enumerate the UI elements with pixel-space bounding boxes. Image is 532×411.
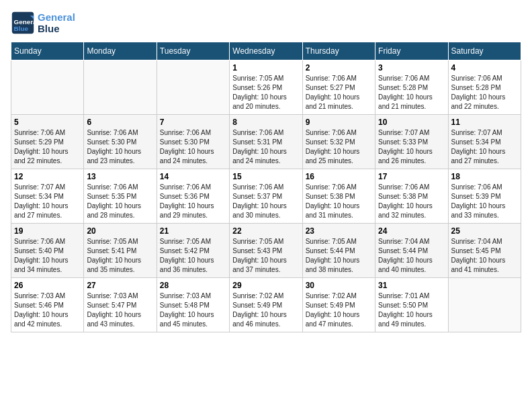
day-number: 18 bbox=[451, 172, 518, 181]
weekday-header-thursday: Thursday bbox=[302, 42, 375, 60]
day-info: Sunrise: 7:06 AM Sunset: 5:31 PM Dayligh… bbox=[232, 128, 299, 166]
calendar-cell: 7 Sunrise: 7:06 AM Sunset: 5:30 PM Dayli… bbox=[157, 115, 229, 169]
svg-text:Blue: Blue bbox=[14, 25, 29, 32]
day-info: Sunrise: 7:06 AM Sunset: 5:36 PM Dayligh… bbox=[160, 183, 226, 220]
day-info: Sunrise: 7:05 AM Sunset: 5:41 PM Dayligh… bbox=[87, 237, 153, 275]
day-info: Sunrise: 7:03 AM Sunset: 5:47 PM Dayligh… bbox=[87, 291, 153, 329]
day-info: Sunrise: 7:03 AM Sunset: 5:48 PM Dayligh… bbox=[160, 291, 226, 329]
calendar-cell: 8 Sunrise: 7:06 AM Sunset: 5:31 PM Dayli… bbox=[230, 115, 302, 169]
day-info: Sunrise: 7:06 AM Sunset: 5:35 PM Dayligh… bbox=[87, 183, 153, 220]
calendar-cell: 10 Sunrise: 7:07 AM Sunset: 5:33 PM Dayl… bbox=[375, 115, 448, 169]
day-info: Sunrise: 7:06 AM Sunset: 5:27 PM Dayligh… bbox=[306, 74, 372, 111]
calendar-cell: 6 Sunrise: 7:06 AM Sunset: 5:30 PM Dayli… bbox=[84, 115, 157, 169]
calendar-cell: 19 Sunrise: 7:06 AM Sunset: 5:40 PM Dayl… bbox=[11, 224, 84, 278]
day-info: Sunrise: 7:06 AM Sunset: 5:32 PM Dayligh… bbox=[306, 128, 372, 166]
day-number: 14 bbox=[160, 172, 226, 181]
calendar-cell: 18 Sunrise: 7:06 AM Sunset: 5:39 PM Dayl… bbox=[448, 169, 521, 224]
calendar-cell: 31 Sunrise: 7:01 AM Sunset: 5:50 PM Dayl… bbox=[375, 278, 448, 332]
day-info: Sunrise: 7:07 AM Sunset: 5:34 PM Dayligh… bbox=[451, 128, 518, 166]
day-info: Sunrise: 7:01 AM Sunset: 5:50 PM Dayligh… bbox=[378, 291, 445, 329]
day-number: 27 bbox=[87, 281, 153, 290]
day-number: 4 bbox=[451, 63, 518, 73]
calendar-cell: 20 Sunrise: 7:05 AM Sunset: 5:41 PM Dayl… bbox=[84, 224, 157, 278]
day-number: 13 bbox=[87, 172, 153, 181]
weekday-header-monday: Monday bbox=[84, 42, 157, 60]
calendar-cell: 14 Sunrise: 7:06 AM Sunset: 5:36 PM Dayl… bbox=[157, 169, 229, 224]
day-info: Sunrise: 7:02 AM Sunset: 5:49 PM Dayligh… bbox=[232, 291, 299, 329]
day-info: Sunrise: 7:05 AM Sunset: 5:26 PM Dayligh… bbox=[232, 74, 299, 111]
weekday-header-wednesday: Wednesday bbox=[230, 42, 302, 60]
day-number: 30 bbox=[306, 281, 372, 290]
logo-icon: General Blue bbox=[11, 11, 35, 35]
calendar-cell: 4 Sunrise: 7:06 AM Sunset: 5:28 PM Dayli… bbox=[448, 60, 521, 115]
weekday-header-saturday: Saturday bbox=[448, 42, 521, 60]
calendar-cell: 9 Sunrise: 7:06 AM Sunset: 5:32 PM Dayli… bbox=[302, 115, 375, 169]
day-number: 17 bbox=[378, 172, 445, 181]
day-number: 21 bbox=[160, 226, 226, 236]
calendar-cell: 21 Sunrise: 7:05 AM Sunset: 5:42 PM Dayl… bbox=[157, 224, 229, 278]
day-number: 26 bbox=[14, 281, 81, 290]
calendar-cell bbox=[11, 60, 84, 115]
page-header: General Blue GeneralBlue bbox=[11, 11, 521, 35]
day-number: 3 bbox=[378, 63, 445, 73]
day-number: 12 bbox=[14, 172, 81, 181]
logo: General Blue GeneralBlue bbox=[11, 11, 75, 35]
calendar-cell: 26 Sunrise: 7:03 AM Sunset: 5:46 PM Dayl… bbox=[11, 278, 84, 332]
logo-text: GeneralBlue bbox=[38, 11, 75, 34]
day-info: Sunrise: 7:06 AM Sunset: 5:28 PM Dayligh… bbox=[451, 74, 518, 111]
calendar-cell: 29 Sunrise: 7:02 AM Sunset: 5:49 PM Dayl… bbox=[230, 278, 302, 332]
day-number: 29 bbox=[232, 281, 299, 290]
day-number: 10 bbox=[378, 118, 445, 127]
calendar-cell: 5 Sunrise: 7:06 AM Sunset: 5:29 PM Dayli… bbox=[11, 115, 84, 169]
calendar-cell: 17 Sunrise: 7:06 AM Sunset: 5:38 PM Dayl… bbox=[375, 169, 448, 224]
calendar-cell: 3 Sunrise: 7:06 AM Sunset: 5:28 PM Dayli… bbox=[375, 60, 448, 115]
day-number: 28 bbox=[160, 281, 226, 290]
day-info: Sunrise: 7:06 AM Sunset: 5:38 PM Dayligh… bbox=[378, 183, 445, 220]
day-info: Sunrise: 7:05 AM Sunset: 5:44 PM Dayligh… bbox=[306, 237, 372, 275]
calendar-cell: 15 Sunrise: 7:06 AM Sunset: 5:37 PM Dayl… bbox=[230, 169, 302, 224]
day-number: 11 bbox=[451, 118, 518, 127]
calendar-cell: 28 Sunrise: 7:03 AM Sunset: 5:48 PM Dayl… bbox=[157, 278, 229, 332]
day-number: 22 bbox=[232, 226, 299, 236]
day-number: 23 bbox=[306, 226, 372, 236]
day-info: Sunrise: 7:06 AM Sunset: 5:29 PM Dayligh… bbox=[14, 128, 81, 166]
day-number: 7 bbox=[160, 118, 226, 127]
day-info: Sunrise: 7:05 AM Sunset: 5:43 PM Dayligh… bbox=[232, 237, 299, 275]
day-number: 31 bbox=[378, 281, 445, 290]
day-info: Sunrise: 7:06 AM Sunset: 5:40 PM Dayligh… bbox=[14, 237, 81, 275]
calendar-cell: 11 Sunrise: 7:07 AM Sunset: 5:34 PM Dayl… bbox=[448, 115, 521, 169]
day-info: Sunrise: 7:05 AM Sunset: 5:42 PM Dayligh… bbox=[160, 237, 226, 275]
day-number: 20 bbox=[87, 226, 153, 236]
day-number: 5 bbox=[14, 118, 81, 127]
weekday-header-friday: Friday bbox=[375, 42, 448, 60]
calendar-cell: 30 Sunrise: 7:02 AM Sunset: 5:49 PM Dayl… bbox=[302, 278, 375, 332]
calendar-cell: 1 Sunrise: 7:05 AM Sunset: 5:26 PM Dayli… bbox=[230, 60, 302, 115]
weekday-header-tuesday: Tuesday bbox=[157, 42, 229, 60]
day-number: 24 bbox=[378, 226, 445, 236]
day-info: Sunrise: 7:07 AM Sunset: 5:33 PM Dayligh… bbox=[378, 128, 445, 166]
calendar-cell: 24 Sunrise: 7:04 AM Sunset: 5:44 PM Dayl… bbox=[375, 224, 448, 278]
day-info: Sunrise: 7:02 AM Sunset: 5:49 PM Dayligh… bbox=[306, 291, 372, 329]
day-info: Sunrise: 7:04 AM Sunset: 5:45 PM Dayligh… bbox=[451, 237, 518, 275]
day-info: Sunrise: 7:06 AM Sunset: 5:38 PM Dayligh… bbox=[306, 183, 372, 220]
day-number: 19 bbox=[14, 226, 81, 236]
day-number: 15 bbox=[232, 172, 299, 181]
calendar-cell bbox=[84, 60, 157, 115]
calendar-cell: 13 Sunrise: 7:06 AM Sunset: 5:35 PM Dayl… bbox=[84, 169, 157, 224]
day-info: Sunrise: 7:06 AM Sunset: 5:30 PM Dayligh… bbox=[160, 128, 226, 166]
calendar-cell: 22 Sunrise: 7:05 AM Sunset: 5:43 PM Dayl… bbox=[230, 224, 302, 278]
calendar-cell: 25 Sunrise: 7:04 AM Sunset: 5:45 PM Dayl… bbox=[448, 224, 521, 278]
day-number: 8 bbox=[232, 118, 299, 127]
day-info: Sunrise: 7:06 AM Sunset: 5:39 PM Dayligh… bbox=[451, 183, 518, 220]
calendar: SundayMondayTuesdayWednesdayThursdayFrid… bbox=[11, 42, 521, 332]
calendar-cell: 27 Sunrise: 7:03 AM Sunset: 5:47 PM Dayl… bbox=[84, 278, 157, 332]
calendar-cell: 2 Sunrise: 7:06 AM Sunset: 5:27 PM Dayli… bbox=[302, 60, 375, 115]
day-info: Sunrise: 7:07 AM Sunset: 5:34 PM Dayligh… bbox=[14, 183, 81, 220]
day-info: Sunrise: 7:04 AM Sunset: 5:44 PM Dayligh… bbox=[378, 237, 445, 275]
day-number: 1 bbox=[232, 63, 299, 73]
day-number: 2 bbox=[306, 63, 372, 73]
calendar-cell: 16 Sunrise: 7:06 AM Sunset: 5:38 PM Dayl… bbox=[302, 169, 375, 224]
day-number: 25 bbox=[451, 226, 518, 236]
weekday-header-sunday: Sunday bbox=[11, 42, 84, 60]
calendar-cell: 12 Sunrise: 7:07 AM Sunset: 5:34 PM Dayl… bbox=[11, 169, 84, 224]
